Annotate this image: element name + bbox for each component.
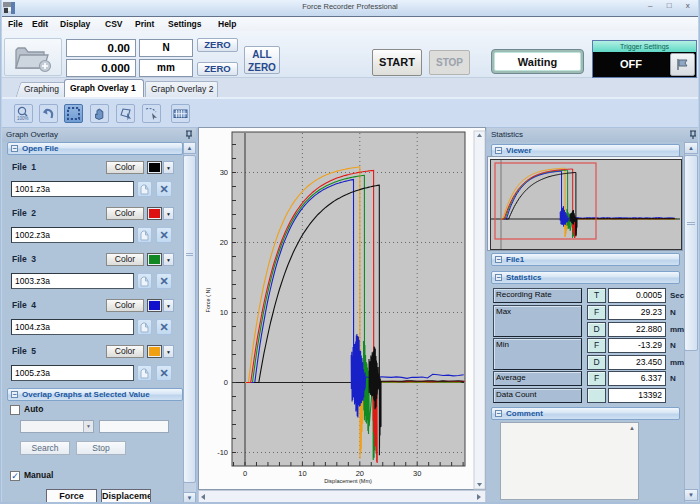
svg-text:10: 10 xyxy=(220,308,228,317)
svg-text:20: 20 xyxy=(220,238,228,247)
svg-text:30: 30 xyxy=(413,469,421,478)
svg-text:Displacement (Mm): Displacement (Mm) xyxy=(324,478,372,484)
svg-text:20: 20 xyxy=(356,469,364,478)
svg-text:Force ( N): Force ( N) xyxy=(205,287,211,312)
svg-text:-10: -10 xyxy=(217,448,228,457)
svg-text:100%: 100% xyxy=(17,116,29,121)
svg-text:0: 0 xyxy=(224,378,228,387)
svg-text:30: 30 xyxy=(220,168,228,177)
svg-text:10: 10 xyxy=(298,469,306,478)
svg-text:0: 0 xyxy=(243,469,247,478)
